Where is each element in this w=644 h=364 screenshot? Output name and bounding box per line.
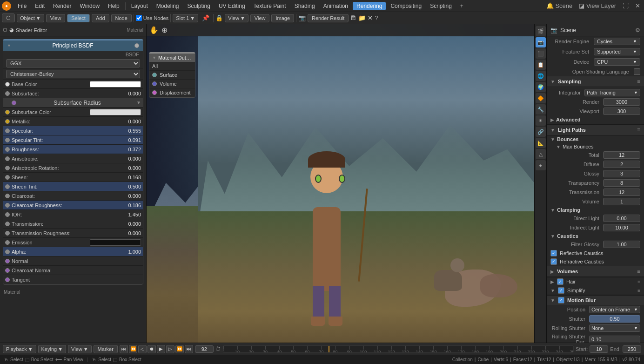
subsurface-method-select[interactable]: Christensen-Burley [6,70,140,78]
shading-lang-checkbox[interactable] [634,68,640,75]
props-icon-modifier[interactable]: 🔧 [536,104,546,115]
workspace-sculpting[interactable]: Sculpting [184,2,214,10]
volumes-header[interactable]: ▶ Volumes ≡ [547,266,644,277]
base-color-swatch[interactable] [90,81,141,88]
workspace-layout[interactable]: Layout [127,2,152,10]
subsurface-color-swatch[interactable] [90,109,141,115]
transmission-b-value[interactable]: 12 [603,189,640,196]
workspace-shading[interactable]: Shading [291,2,319,10]
workspace-scripting[interactable]: Scripting [426,2,456,10]
normal-socket[interactable] [5,259,10,263]
bsdf-output-socket[interactable] [134,43,139,48]
motion-blur-header[interactable]: ▼ ✓ Motion Blur [547,296,644,305]
transmission-socket[interactable] [5,222,10,226]
specular-tint-value[interactable]: 0.091 [118,137,141,143]
slot-dropdown[interactable]: Slot 1 ▼ [173,14,198,22]
engine-dropdown[interactable]: Cycles ▼ [594,38,640,45]
view-dropdown[interactable]: View ▼ [68,345,92,353]
max-bounces-header[interactable]: ▼ Max Bounces [547,143,644,150]
props-icon-material[interactable]: ● [536,160,546,170]
subsurface-socket[interactable] [5,91,10,96]
subsurface-color-socket[interactable] [5,110,10,115]
ior-socket[interactable] [5,212,10,217]
bounces-header[interactable]: ▼ Bounces [547,135,644,143]
rolling-shutter-dropdown[interactable]: None ▼ [589,324,640,332]
specular-value[interactable]: 0.555 [118,128,141,134]
transmission-value[interactable]: 0.000 [118,221,141,227]
clearcoat-normal-socket[interactable] [5,268,10,273]
simplify-checkbox[interactable]: ✓ [558,287,564,294]
add-btn[interactable]: Add [92,14,109,22]
workspace-texture-paint[interactable]: Texture Paint [250,2,290,10]
workspace-modeling[interactable]: Modeling [153,2,183,10]
base-color-socket[interactable] [5,82,10,87]
light-paths-header[interactable]: ▼ Light Paths ≡ [547,125,644,135]
props-icon-constraints[interactable]: 📐 [536,138,546,148]
sheen-tint-socket[interactable] [5,184,10,189]
sampling-header[interactable]: ▼ Sampling ≡ [547,76,644,87]
filter-glossy-value[interactable]: 1.00 [603,241,640,248]
subsurface-radius-socket[interactable] [12,101,16,105]
viewport-image-btn[interactable]: Image [271,14,294,22]
subsurface-radius-row[interactable]: Subsurface Radius ▼ [3,98,143,108]
indirect-light-value[interactable]: 10.00 [603,224,640,231]
caustics-header[interactable]: ▼ Caustics [547,232,644,240]
bsdf-collapse-arrow[interactable]: ▼ [7,43,11,48]
viewport-view2-btn[interactable]: View [250,14,270,22]
menu-render[interactable]: Render [49,2,75,10]
metallic-socket[interactable] [5,119,10,124]
use-nodes-checkbox[interactable] [136,15,142,21]
specular-tint-socket[interactable] [5,138,10,142]
props-icon-view-layer[interactable]: 📋 [536,60,546,70]
total-value[interactable]: 12 [603,151,640,159]
specular-socket[interactable] [5,128,10,133]
metallic-value[interactable]: 0.000 [118,119,141,124]
reflective-caustics-checkbox[interactable]: ✓ [550,250,557,256]
workspace-animation[interactable]: Animation [320,2,352,10]
sheen-socket[interactable] [5,175,10,180]
step-forward-btn[interactable]: ▷ [166,345,174,353]
go-end-btn[interactable]: ⏭ [185,345,193,353]
viewport-view-dropdown[interactable]: View ▼ [225,14,248,22]
step-back-btn[interactable]: ◁ [138,345,147,353]
settings-icon[interactable]: ⚙ [635,27,640,34]
current-frame-display[interactable]: 92 [195,345,214,353]
prev-keyframe-btn[interactable]: ⏪ [129,345,137,353]
props-icon-object[interactable]: 🔶 [536,93,546,103]
roughness-value[interactable]: 0.372 [118,147,141,152]
direct-light-value[interactable]: 0.00 [603,215,640,222]
shutter-value[interactable]: 0.50 [589,315,640,323]
next-keyframe-btn[interactable]: ⏩ [175,345,184,353]
pin-icon[interactable]: 📌 [200,13,211,22]
go-start-btn[interactable]: ⏮ [120,345,128,353]
view-btn[interactable]: View [46,14,66,22]
clearcoat-roughness-socket[interactable] [5,203,10,208]
clearcoat-value[interactable]: 0.000 [118,193,141,199]
rolling-dur-value[interactable]: 0.10 [589,336,640,343]
reflective-caustics-row[interactable]: ✓ Reflective Caustics [547,249,644,257]
volume-b-value[interactable]: 1 [603,198,640,205]
playback-dropdown[interactable]: Playback ▼ [3,345,36,353]
play-btn[interactable]: ▶ [157,345,165,353]
render-result-btn[interactable]: Render Result [308,14,349,22]
use-nodes-wrapper[interactable]: Use Nodes [136,15,168,21]
render-samples-value[interactable]: 3000 [603,98,640,106]
refractive-caustics-row[interactable]: ✓ Refractive Caustics [547,257,644,266]
glossy-value[interactable]: 3 [603,170,640,177]
workspace-add[interactable]: + [456,2,467,10]
position-dropdown[interactable]: Center on Frame ▼ [589,306,640,313]
menu-file[interactable]: File [14,2,30,10]
hair-row[interactable]: ▶ ✓ Hair ≡ [547,277,644,286]
workspace-uv-editing[interactable]: UV Editing [215,2,249,10]
alpha-socket[interactable] [5,249,10,254]
timeline-ruler[interactable]: 0102030405060708090100110120130140150160… [223,345,574,353]
props-icon-render[interactable]: 📷 [536,37,546,47]
props-icon-scene2[interactable]: 🌐 [536,71,546,81]
clamping-header[interactable]: ▼ Clamping [547,206,644,214]
emission-swatch[interactable] [90,239,141,246]
motion-blur-checkbox[interactable]: ✓ [558,297,564,303]
keying-dropdown[interactable]: Keying ▼ [38,345,67,353]
lock-icon[interactable]: 🔒 [215,14,223,21]
refractive-caustics-checkbox[interactable]: ✓ [550,258,557,265]
workspace-rendering[interactable]: Rendering [353,2,386,10]
